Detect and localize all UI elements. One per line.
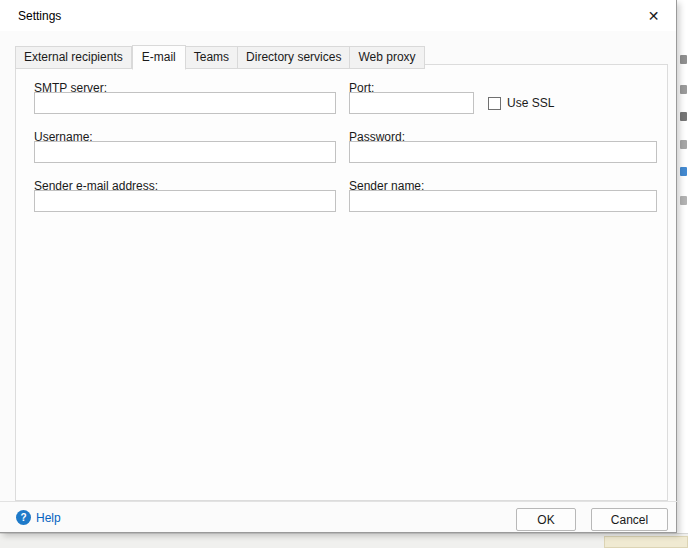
help-link[interactable]: ? Help xyxy=(16,510,61,525)
background-window-right-strip xyxy=(677,0,688,533)
close-icon: ✕ xyxy=(648,8,660,24)
use-ssl-checkbox-box[interactable] xyxy=(488,97,501,110)
background-text-fragment xyxy=(680,196,687,205)
smtp-server-input[interactable] xyxy=(34,92,336,114)
background-text-fragment xyxy=(680,167,687,176)
titlebar: Settings ✕ xyxy=(0,0,676,31)
ok-button[interactable]: OK xyxy=(516,508,576,531)
cancel-button[interactable]: Cancel xyxy=(591,508,668,531)
tab-strip: External recipients E-mail Teams Directo… xyxy=(15,45,425,70)
tab-web-proxy[interactable]: Web proxy xyxy=(350,46,424,69)
use-ssl-checkbox[interactable]: Use SSL xyxy=(488,96,554,110)
username-input[interactable] xyxy=(34,141,336,163)
sender-name-input[interactable] xyxy=(349,190,657,212)
email-tab-panel: SMTP server: Port: Use SSL Username: Pas… xyxy=(15,64,668,501)
sender-email-input[interactable] xyxy=(34,190,336,212)
port-input[interactable] xyxy=(349,92,474,114)
help-label: Help xyxy=(36,511,61,525)
background-text-fragment xyxy=(680,85,687,94)
background-window-beige-box xyxy=(604,536,688,548)
window-title: Settings xyxy=(18,9,61,23)
settings-dialog: Settings ✕ External recipients E-mail Te… xyxy=(0,0,677,533)
close-button[interactable]: ✕ xyxy=(631,0,676,31)
use-ssl-label: Use SSL xyxy=(507,96,554,110)
footer-separator xyxy=(0,501,677,502)
tab-teams[interactable]: Teams xyxy=(186,46,238,69)
background-text-fragment xyxy=(680,112,687,121)
tab-email[interactable]: E-mail xyxy=(132,45,186,70)
tab-directory-services[interactable]: Directory services xyxy=(238,46,350,69)
background-text-fragment xyxy=(680,140,687,149)
background-text-fragment xyxy=(680,55,687,64)
background-window-bottom-strip xyxy=(0,533,688,548)
help-icon: ? xyxy=(16,510,31,525)
screen: Settings ✕ External recipients E-mail Te… xyxy=(0,0,688,548)
tab-external-recipients[interactable]: External recipients xyxy=(15,46,132,69)
password-input[interactable] xyxy=(349,141,657,163)
